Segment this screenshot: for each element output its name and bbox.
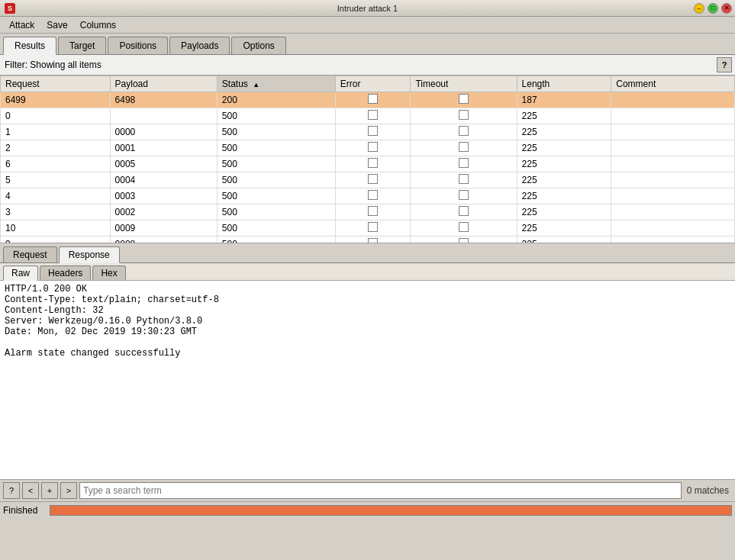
cell-comment (611, 220, 735, 237)
cell-timeout-checkbox[interactable] (459, 238, 469, 243)
cell-error-checkbox[interactable] (368, 158, 378, 168)
cell-length: 225 (517, 156, 611, 172)
close-button[interactable]: ✕ (721, 3, 732, 14)
cell-request: 10 (1, 220, 111, 237)
table-row[interactable]: 40003500225 (1, 188, 735, 204)
tab-results[interactable]: Results (3, 37, 56, 55)
cell-timeout-checkbox[interactable] (459, 222, 469, 232)
cell-error-checkbox[interactable] (368, 222, 378, 232)
cell-payload: 0001 (110, 140, 217, 156)
panel-tab-response[interactable]: Response (59, 246, 120, 263)
cell-error-checkbox[interactable] (368, 238, 378, 243)
cell-error-checkbox[interactable] (368, 126, 378, 136)
cell-length: 225 (517, 108, 611, 124)
cell-payload: 0002 (110, 204, 217, 220)
panel-tab-request[interactable]: Request (3, 246, 57, 262)
cell-timeout-checkbox[interactable] (459, 190, 469, 200)
cell-status: 500 (217, 108, 335, 124)
search-add-button[interactable]: + (41, 482, 58, 499)
table-row[interactable]: 64996498200187 (1, 92, 735, 108)
cell-length: 225 (517, 220, 611, 237)
cell-status: 200 (217, 92, 335, 108)
col-header-timeout[interactable]: Timeout (411, 76, 517, 92)
cell-timeout (411, 237, 517, 244)
tab-payloads[interactable]: Payloads (169, 37, 230, 54)
menu-save[interactable]: Save (40, 18, 73, 32)
results-table-wrapper[interactable]: Request Payload Status ▲ Error Timeout L… (0, 76, 735, 243)
cell-timeout (411, 108, 517, 124)
cell-error-checkbox[interactable] (368, 110, 378, 120)
window-title: Intruder attack 1 (337, 4, 398, 13)
cell-payload: 6498 (110, 92, 217, 108)
cell-timeout-checkbox[interactable] (459, 174, 469, 184)
tab-target[interactable]: Target (58, 37, 106, 54)
progress-bar-fill (50, 506, 731, 515)
col-header-length[interactable]: Length (517, 76, 611, 92)
cell-error-checkbox[interactable] (368, 94, 378, 104)
cell-error (335, 92, 411, 108)
search-help-button[interactable]: ? (3, 482, 20, 499)
tab-options[interactable]: Options (231, 37, 285, 54)
search-matches: 0 matches (684, 485, 732, 496)
panel-tab-bar: Request Response (0, 243, 735, 263)
table-row[interactable]: 30002500225 (1, 204, 735, 220)
col-header-error[interactable]: Error (335, 76, 411, 92)
tab-positions[interactable]: Positions (108, 37, 168, 54)
col-header-status[interactable]: Status ▲ (217, 76, 335, 92)
cell-comment (611, 140, 735, 156)
cell-error-checkbox[interactable] (368, 142, 378, 152)
search-next-button[interactable]: > (60, 482, 77, 499)
sub-tab-raw[interactable]: Raw (3, 266, 38, 281)
menu-columns[interactable]: Columns (74, 18, 122, 32)
sub-tab-bar: Raw Headers Hex (0, 263, 735, 281)
sub-tab-hex[interactable]: Hex (92, 266, 125, 280)
maximize-button[interactable]: □ (708, 3, 718, 14)
col-header-comment[interactable]: Comment (611, 76, 735, 92)
table-row[interactable]: 10000500225 (1, 124, 735, 140)
cell-payload: 0003 (110, 188, 217, 204)
sub-tab-headers[interactable]: Headers (40, 266, 91, 280)
cell-comment (611, 156, 735, 172)
cell-request: 1 (1, 124, 111, 140)
menu-bar: Attack Save Columns (0, 17, 735, 34)
cell-timeout-checkbox[interactable] (459, 94, 469, 104)
cell-request: 2 (1, 140, 111, 156)
table-row[interactable]: 0500225 (1, 108, 735, 124)
menu-attack[interactable]: Attack (3, 18, 40, 32)
cell-timeout-checkbox[interactable] (459, 110, 469, 120)
cell-payload: 0004 (110, 172, 217, 188)
table-row[interactable]: 50004500225 (1, 172, 735, 188)
col-header-request[interactable]: Request (1, 76, 111, 92)
cell-payload: 0009 (110, 220, 217, 237)
cell-error-checkbox[interactable] (368, 190, 378, 200)
minimize-button[interactable]: – (694, 3, 704, 14)
cell-timeout (411, 140, 517, 156)
cell-status: 500 (217, 124, 335, 140)
table-row[interactable]: 100009500225 (1, 220, 735, 237)
filter-bar: Filter: Showing all items ? (0, 55, 735, 76)
title-bar: S Intruder attack 1 – □ ✕ (0, 0, 735, 17)
cell-timeout-checkbox[interactable] (459, 206, 469, 216)
cell-timeout (411, 124, 517, 140)
table-row[interactable]: 60005500225 (1, 156, 735, 172)
filter-help-button[interactable]: ? (717, 57, 732, 72)
cell-timeout (411, 92, 517, 108)
search-input[interactable] (79, 482, 682, 499)
search-prev-button[interactable]: < (22, 482, 39, 499)
app-icon: S (5, 3, 15, 14)
cell-timeout-checkbox[interactable] (459, 126, 469, 136)
cell-status: 500 (217, 204, 335, 220)
cell-error-checkbox[interactable] (368, 174, 378, 184)
col-header-payload[interactable]: Payload (110, 76, 217, 92)
cell-timeout-checkbox[interactable] (459, 142, 469, 152)
cell-error (335, 204, 411, 220)
table-row[interactable]: 90008500225 (1, 237, 735, 244)
cell-comment (611, 204, 735, 220)
cell-timeout-checkbox[interactable] (459, 158, 469, 168)
cell-error (335, 237, 411, 244)
cell-error-checkbox[interactable] (368, 206, 378, 216)
cell-status: 500 (217, 237, 335, 244)
cell-timeout (411, 204, 517, 220)
cell-timeout (411, 188, 517, 204)
table-row[interactable]: 20001500225 (1, 140, 735, 156)
